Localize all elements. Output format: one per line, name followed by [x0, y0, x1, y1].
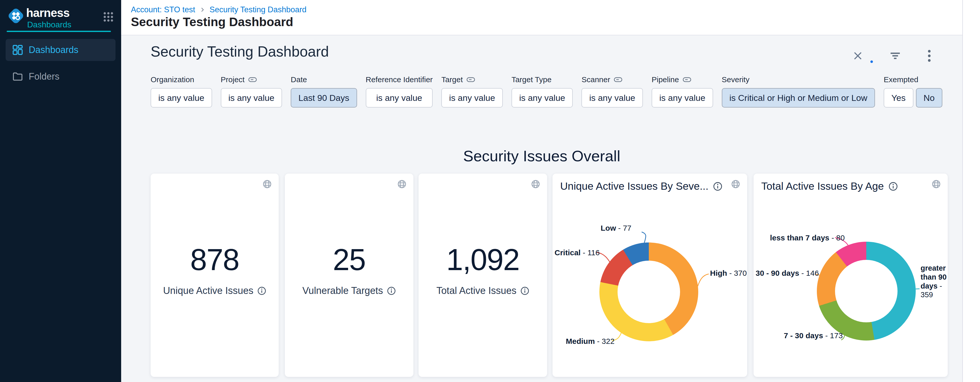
- chart-unique-active-issues-by-severity: Unique Active Issues By Seve... Low - 77…: [552, 174, 747, 377]
- callout-7-30-days: 7 - 30 days - 173: [784, 331, 843, 340]
- filter-organization: Organization is any value: [151, 75, 212, 108]
- callout-medium: Medium - 322: [566, 337, 614, 346]
- tile-label: Unique Active Issues: [163, 285, 254, 296]
- callout-30-90-days: 30 - 90 days - 146: [756, 269, 819, 277]
- filter-severity: Severity is Critical or High or Medium o…: [722, 75, 875, 108]
- sidebar-item-label: Folders: [29, 71, 59, 82]
- sidebar-item-dashboards[interactable]: Dashboards: [6, 39, 116, 61]
- tile-total-active-issues: 1,092 Total Active Issues: [418, 174, 547, 377]
- tile-label: Vulnerable Targets: [302, 285, 383, 296]
- chart-title: Total Active Issues By Age: [761, 180, 884, 192]
- filter-organization-value[interactable]: is any value: [151, 88, 212, 108]
- filter-pipeline: Pipeline is any value: [652, 75, 713, 108]
- globe-icon[interactable]: [731, 179, 740, 189]
- filter-label: Reference Identifier: [366, 75, 433, 84]
- breadcrumb-account-link[interactable]: Account: STO test: [131, 5, 195, 14]
- exempted-yes-button[interactable]: Yes: [884, 88, 913, 108]
- product-name: Dashboards: [27, 20, 72, 29]
- dashboards-icon: [12, 44, 23, 55]
- section-title: Security Issues Overall: [121, 147, 963, 165]
- filter-label: Scanner: [581, 75, 610, 84]
- tile-vulnerable-targets: 25 Vulnerable Targets: [285, 174, 414, 377]
- filter-scanner-value[interactable]: is any value: [581, 88, 643, 108]
- filter-label: Exempted: [884, 75, 918, 84]
- globe-icon[interactable]: [531, 179, 541, 189]
- filter-project-value[interactable]: is any value: [221, 88, 282, 108]
- age-donut-chart[interactable]: [817, 242, 916, 341]
- info-icon[interactable]: [387, 287, 396, 295]
- tile-value: 25: [285, 242, 414, 277]
- harness-logo-icon: [7, 7, 25, 25]
- filter-exempted: Exempted Yes No: [884, 75, 942, 108]
- app-switcher-icon[interactable]: [102, 11, 115, 23]
- breadcrumb-dashboard-link[interactable]: Security Testing Dashboard: [210, 5, 307, 14]
- kebab-menu-icon[interactable]: [927, 49, 932, 62]
- dashboard-heading: Security Testing Dashboard: [151, 43, 329, 60]
- filter-icon[interactable]: [889, 50, 901, 62]
- page-title: Security Testing Dashboard: [131, 15, 293, 29]
- callout-low: Low - 77: [601, 224, 632, 233]
- severity-donut-chart[interactable]: [599, 243, 698, 341]
- tile-unique-active-issues: 878 Unique Active Issues: [151, 174, 279, 377]
- close-icon[interactable]: [852, 50, 864, 62]
- sidebar-item-folders[interactable]: Folders: [6, 65, 116, 87]
- scrollbar-track[interactable]: [963, 0, 980, 382]
- linked-filter-icon: [466, 77, 475, 82]
- tile-label: Total Active Issues: [436, 285, 517, 296]
- breadcrumb: Account: STO test Security Testing Dashb…: [131, 5, 307, 14]
- filter-pipeline-value[interactable]: is any value: [652, 88, 713, 108]
- linked-filter-icon: [614, 77, 622, 82]
- filter-target-type-value[interactable]: is any value: [512, 88, 573, 108]
- folder-icon: [12, 71, 23, 82]
- callout-greater-than-90-days: greater than 90 days - 359: [921, 264, 949, 299]
- tile-value: 878: [151, 242, 279, 277]
- linked-filter-icon: [248, 77, 257, 82]
- filter-label: Pipeline: [652, 75, 679, 84]
- callout-line-high: [698, 274, 709, 286]
- tile-value: 1,092: [418, 242, 547, 277]
- info-icon[interactable]: [258, 287, 266, 295]
- filter-label: Target Type: [512, 75, 552, 84]
- globe-icon[interactable]: [397, 179, 407, 189]
- filter-label: Target: [441, 75, 463, 84]
- filter-date: Date Last 90 Days: [291, 75, 357, 108]
- topbar: Account: STO test Security Testing Dashb…: [121, 0, 980, 35]
- sidebar-divider: [7, 31, 111, 32]
- sidebar-item-label: Dashboards: [29, 44, 78, 55]
- filter-scanner: Scanner is any value: [581, 75, 643, 108]
- callout-less-than-7-days: less than 7 days - 80: [770, 233, 845, 242]
- linked-filter-icon: [682, 77, 691, 82]
- info-icon[interactable]: [713, 182, 722, 191]
- filter-label: Organization: [151, 75, 194, 84]
- filter-label: Severity: [722, 75, 749, 84]
- filter-date-value[interactable]: Last 90 Days: [291, 88, 357, 108]
- filter-label: Project: [221, 75, 245, 84]
- filter-target-type: Target Type is any value: [512, 75, 573, 108]
- callout-line-low: [642, 232, 646, 243]
- filter-bar: Organization is any value Project is any…: [151, 75, 942, 108]
- exempted-no-button[interactable]: No: [916, 88, 942, 108]
- globe-icon[interactable]: [262, 179, 272, 189]
- globe-icon[interactable]: [931, 179, 941, 189]
- info-icon[interactable]: [520, 287, 529, 295]
- filter-reference-identifier-value[interactable]: is any value: [366, 88, 433, 108]
- logo-wordmark: harness: [26, 7, 72, 19]
- filter-target: Target is any value: [441, 75, 503, 108]
- filter-target-value[interactable]: is any value: [441, 88, 503, 108]
- filter-project: Project is any value: [221, 75, 282, 108]
- filter-severity-value[interactable]: is Critical or High or Medium or Low: [722, 88, 875, 108]
- chart-title: Unique Active Issues By Seve...: [560, 180, 708, 192]
- chart-total-active-issues-by-age: Total Active Issues By Age less than 7 d…: [754, 174, 948, 377]
- dashboard-content: Security Testing Dashboard Organization …: [121, 36, 963, 382]
- callout-high: High - 370: [710, 269, 747, 277]
- chevron-right-icon: [199, 7, 205, 13]
- info-icon[interactable]: [889, 182, 898, 191]
- filter-reference-identifier: Reference Identifier is any value: [366, 75, 433, 108]
- filter-label: Date: [291, 75, 307, 84]
- sidebar: harness Dashboards Dashboards Folders: [0, 0, 121, 382]
- callout-critical: Critical - 116: [555, 248, 600, 257]
